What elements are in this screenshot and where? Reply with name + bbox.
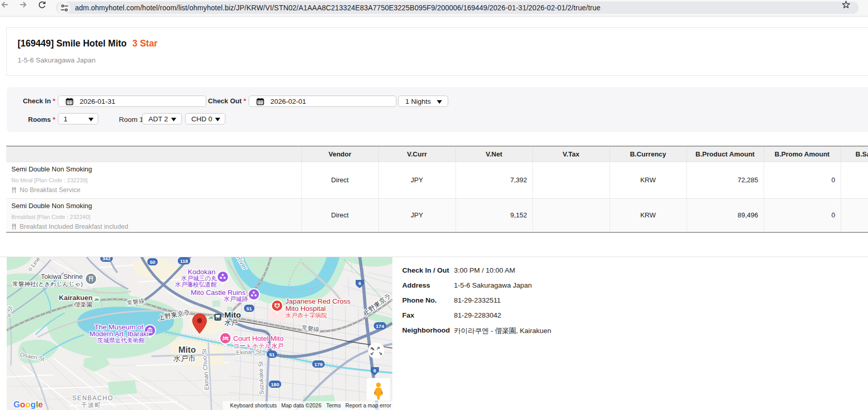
svg-text:Map data ©2026: Map data ©2026 xyxy=(281,402,322,408)
svg-text:Terms: Terms xyxy=(326,402,341,408)
svg-text:180: 180 xyxy=(271,382,279,387)
svg-text:水戸: 水戸 xyxy=(224,319,238,326)
svg-text:Japanese Red Cross: Japanese Red Cross xyxy=(285,297,351,305)
svg-text:常磐神社(ときわじんじゃ): 常磐神社(ときわじんじゃ) xyxy=(12,281,83,287)
svg-text:水戸藩校弘道館: 水戸藩校弘道館 xyxy=(175,281,217,288)
svg-text:水戸城三の丸: 水戸城三の丸 xyxy=(180,275,217,281)
svg-text:Kairakuen: Kairakuen xyxy=(59,294,93,302)
svg-text:JR: JR xyxy=(94,297,99,302)
svg-text:水戸城跡: 水戸城跡 xyxy=(223,296,248,302)
svg-text:SENBACHO: SENBACHO xyxy=(72,395,113,402)
svg-text:Report a map error: Report a map error xyxy=(345,402,391,408)
svg-text:Mito: Mito xyxy=(224,310,241,319)
svg-text:千波町: 千波町 xyxy=(81,402,101,408)
svg-text:6: 6 xyxy=(358,280,361,286)
svg-text:Google: Google xyxy=(13,400,43,409)
svg-text:Mito Castle Ruins: Mito Castle Ruins xyxy=(191,289,246,296)
svg-text:Modern Art, Ibaraki: Modern Art, Ibaraki xyxy=(89,330,148,338)
svg-text:水戸市: 水戸市 xyxy=(173,354,196,362)
svg-text:342: 342 xyxy=(102,257,111,261)
svg-text:Suzukake St: Suzukake St xyxy=(257,361,265,395)
svg-text:Tokiwa Shrine: Tokiwa Shrine xyxy=(41,273,83,280)
svg-text:偕楽園: 偕楽園 xyxy=(74,301,93,308)
svg-text:118: 118 xyxy=(180,258,188,264)
svg-text:Mito: Mito xyxy=(178,345,196,354)
svg-text:水戸赤十字病院: 水戸赤十字病院 xyxy=(285,312,327,319)
svg-text:6: 6 xyxy=(373,368,376,373)
svg-text:174: 174 xyxy=(376,323,385,329)
svg-text:茨城県近代美術館: 茨城県近代美術館 xyxy=(97,337,145,343)
svg-text:Mito Hospital: Mito Hospital xyxy=(285,305,326,312)
svg-text:51: 51 xyxy=(247,306,252,311)
svg-text:Keyboard shortcuts: Keyboard shortcuts xyxy=(230,402,277,408)
svg-text:JR: JR xyxy=(208,316,213,320)
svg-text:51: 51 xyxy=(269,352,275,357)
svg-text:Kodokan: Kodokan xyxy=(188,268,215,276)
svg-text:Court Hotel Mito: Court Hotel Mito xyxy=(233,335,284,342)
svg-text:179: 179 xyxy=(314,361,323,367)
svg-text:50: 50 xyxy=(150,259,156,265)
